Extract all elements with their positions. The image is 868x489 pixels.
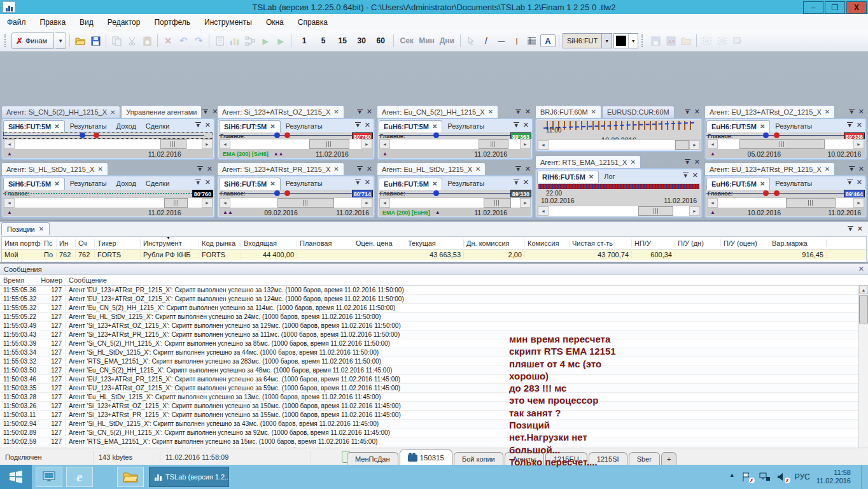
scrollbar-thumb[interactable] — [638, 206, 673, 216]
pin-icon[interactable]: ▼ — [847, 122, 853, 128]
close-icon[interactable]: ✕ — [858, 165, 864, 173]
save-as-icon[interactable]: AS — [664, 34, 678, 48]
menu-item-Инструменты[interactable]: Инструменты — [197, 18, 259, 27]
chart-tab[interactable]: Доход — [112, 178, 141, 189]
scrollbar-thumb[interactable] — [675, 140, 689, 150]
chart-scrollbar[interactable]: ◄► — [219, 197, 373, 208]
positions-cell[interactable]: 762 — [57, 251, 76, 259]
pin-icon[interactable]: ▼ — [848, 226, 853, 232]
save-layout-icon[interactable] — [648, 34, 662, 48]
close-icon[interactable]: ✕ — [525, 165, 531, 173]
price-chart[interactable]: Главное:89'336 — [706, 132, 865, 139]
scroll-left-icon[interactable]: ◄ — [538, 140, 549, 150]
positions-col-header[interactable]: П/У (дн) — [675, 239, 721, 247]
price-chart[interactable]: 22:0010.02.201611.02.2016 — [537, 183, 701, 206]
close-icon[interactable]: ✕ — [692, 171, 698, 180]
positions-cell[interactable]: 600,34 — [632, 251, 675, 259]
workspace-tab-1215SI[interactable]: 1215SI — [589, 452, 627, 465]
close-icon[interactable]: ✕ — [858, 108, 864, 116]
text-label-icon[interactable]: A — [540, 34, 556, 47]
doc-tab[interactable]: Управление агентами — [121, 105, 202, 118]
positions-col-header[interactable]: Оцен. цена — [353, 239, 405, 247]
price-chart[interactable] — [3, 132, 213, 139]
message-row[interactable]: 11:55:03.39127Агент 'Si_CN_5(2)_HH_1215_… — [0, 339, 868, 348]
close-icon[interactable]: ✕ — [54, 180, 59, 187]
scroll-left-icon[interactable]: ◄ — [707, 139, 718, 149]
timeframe-1[interactable]: 1 — [295, 34, 314, 48]
message-row[interactable]: 11:55:05.36127Агент 'EU_123+ATRst_PR_121… — [0, 286, 868, 295]
color-picker[interactable]: ▼ — [613, 33, 638, 48]
message-row[interactable]: 11:50:03.50127Агент 'Eu_CN_5(2)_HH_1215_… — [0, 366, 868, 375]
close-icon[interactable]: ✕ — [591, 108, 596, 115]
pin-icon[interactable]: ▼ — [514, 122, 519, 128]
toolbar-grip[interactable] — [4, 34, 8, 47]
message-row[interactable]: 11:55:05.22127Агент 'Eu_HL_StDv_1215_X':… — [0, 313, 868, 322]
close-icon[interactable]: ✕ — [488, 108, 493, 115]
pin-icon[interactable]: ▼ — [514, 180, 519, 185]
message-row[interactable]: 11:50:03.35127Агент 'EU_123+ATRst_OZ_121… — [0, 384, 868, 393]
chart-tab[interactable]: Результаты — [281, 178, 327, 189]
chart-scrollbar[interactable]: ◄► — [219, 139, 373, 150]
chart-tab[interactable]: Результаты — [771, 178, 816, 189]
chart-tab[interactable]: Результаты — [281, 120, 327, 132]
script-icon[interactable] — [213, 34, 227, 48]
scroll-left-icon[interactable]: ◄ — [379, 139, 390, 149]
close-icon[interactable]: ✕ — [694, 158, 700, 166]
message-row[interactable]: 11:50:03.28127Агент 'Eu_HL_StDv_1215_X':… — [0, 393, 868, 402]
doc-tab[interactable]: Агент: Si_123+ATRst_OZ_1215_X✕ — [217, 105, 344, 118]
message-row[interactable]: 11:50:03.11127Агент 'Si_123+ATRst_PR_121… — [0, 411, 868, 420]
scrollbar-thumb[interactable] — [164, 198, 188, 208]
menu-item-Портфель[interactable]: Портфель — [147, 18, 197, 27]
scroll-left-icon[interactable]: ◄ — [220, 198, 230, 208]
unit-Мин[interactable]: Мин — [416, 34, 437, 48]
pin-icon[interactable]: ▼ — [355, 180, 361, 185]
select-frame-icon[interactable] — [700, 34, 714, 48]
message-row[interactable]: 11:55:03.43127Агент 'Si_123+ATRst_PR_121… — [0, 330, 868, 339]
positions-cell[interactable]: FORTS — [199, 251, 241, 259]
positions-col-header[interactable]: Чистая ст-ть — [570, 239, 632, 247]
chart-tab[interactable]: EuH6:FUT:5M✕ — [379, 120, 442, 132]
pin-icon[interactable]: ▼ — [357, 166, 363, 172]
undo-icon[interactable]: ↶ — [176, 34, 190, 48]
doc-tab[interactable]: Агент: Eu_CN_5(2)_HH_1215_X✕ — [377, 105, 498, 118]
workspace-tab-150315[interactable]: 150315 — [400, 450, 452, 465]
menu-item-Окна[interactable]: Окна — [259, 18, 291, 27]
close-icon[interactable]: ✕ — [825, 108, 830, 115]
workflow-icon[interactable] — [243, 34, 257, 48]
menu-item-Правка[interactable]: Правка — [33, 18, 73, 27]
price-chart[interactable]: 11:0010.02.2016 — [537, 120, 701, 139]
close-icon[interactable]: ✕ — [333, 166, 339, 173]
pin-icon[interactable]: ▼ — [515, 166, 521, 172]
close-icon[interactable]: ✕ — [432, 180, 437, 187]
cut-icon[interactable] — [125, 34, 139, 48]
chart-scrollbar[interactable]: ◄► — [379, 139, 531, 150]
open-folder-icon[interactable] — [73, 34, 87, 48]
instrument-dropdown-icon[interactable]: ▼ — [601, 34, 612, 48]
scroll-left-icon[interactable]: ◄ — [379, 198, 390, 208]
chart-tab[interactable]: SiH6:FUT:5M✕ — [3, 120, 65, 132]
positions-col-header[interactable]: Тикер — [95, 239, 141, 247]
chart-tab[interactable]: Сделки — [141, 178, 174, 189]
close-icon[interactable]: ✕ — [525, 108, 531, 116]
unit-Дни[interactable]: Дни — [437, 34, 457, 48]
close-icon[interactable]: ✕ — [205, 121, 211, 129]
pin-icon[interactable]: ▼ — [683, 173, 689, 178]
workspace-tab-1215EU[interactable]: 1215EU — [545, 452, 587, 465]
positions-col-header[interactable]: Пс — [41, 239, 57, 247]
price-chart[interactable]: Главное:80'760 — [3, 190, 213, 197]
positions-col-header[interactable]: Инструмент — [141, 239, 199, 247]
doc-tab[interactable]: Агент: Eu_HL_StDv_1215_X✕ — [377, 162, 486, 175]
chart-tab[interactable]: Сделки — [141, 120, 174, 132]
language-indicator[interactable]: РУС — [795, 472, 810, 481]
add-workspace-tab[interactable]: + — [661, 452, 676, 465]
close-icon[interactable]: ✕ — [110, 109, 115, 116]
close-icon[interactable]: ✕ — [54, 123, 59, 130]
taskbar-tslab-button[interactable]: TSLab (версия 1.2... — [149, 467, 229, 487]
timeframe-5[interactable]: 5 — [314, 34, 333, 48]
minimize-button[interactable]: – — [803, 1, 823, 14]
toolbar-grip[interactable] — [641, 34, 645, 47]
pin-icon[interactable]: ▼ — [847, 180, 853, 185]
close-icon[interactable]: ✕ — [760, 180, 765, 187]
doc-tab[interactable]: Агент: Si_HL_StDv_1215_X✕ — [1, 162, 108, 175]
scrollbar-thumb[interactable] — [309, 139, 350, 149]
